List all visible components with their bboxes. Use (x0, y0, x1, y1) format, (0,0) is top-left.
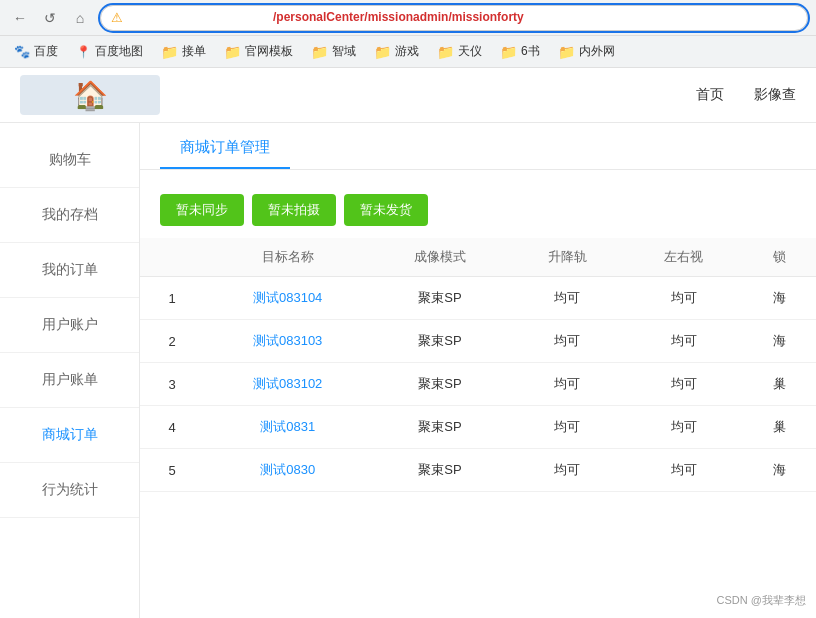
bookmark-jiédan-label: 接单 (182, 43, 206, 60)
page-header: 🏠 首页 影像查 (0, 68, 816, 123)
cell-name[interactable]: 测试083103 (204, 320, 371, 363)
action-buttons: 暂未同步 暂未拍摄 暂未发货 (140, 182, 816, 238)
folder-icon-3: 📁 (311, 44, 328, 60)
table-row: 4 测试0831 聚束SP 均可 均可 巢 (140, 406, 816, 449)
cell-index: 4 (140, 406, 204, 449)
not-shot-button[interactable]: 暂未拍摄 (252, 194, 336, 226)
bookmarks-bar: 🐾 百度 📍 百度地图 📁 接单 📁 官网模板 📁 智域 📁 游戏 📁 天仪 📁… (0, 36, 816, 68)
bookmark-6shu-label: 6书 (521, 43, 540, 60)
sidebar: 购物车 我的存档 我的订单 用户账户 用户账单 商城订单 行为统计 (0, 123, 140, 618)
address-text: /personalCenter/missionadmin/missionfort… (129, 9, 797, 26)
bookmark-neiwai[interactable]: 📁 内外网 (550, 40, 623, 63)
logo: 🏠 (20, 75, 160, 115)
not-shipped-button[interactable]: 暂未发货 (344, 194, 428, 226)
bookmark-tianyi-label: 天仪 (458, 43, 482, 60)
bookmark-youxi-label: 游戏 (395, 43, 419, 60)
browser-chrome: ← ↺ ⌂ ⚠ /personalCenter/missionadmin/mis… (0, 0, 816, 36)
col-track: 升降轨 (509, 238, 626, 277)
cell-lock: 海 (742, 277, 816, 320)
bookmark-jiédan[interactable]: 📁 接单 (153, 40, 214, 63)
cell-view: 均可 (625, 449, 742, 492)
sidebar-item-my-archive[interactable]: 我的存档 (0, 188, 139, 243)
cell-lock: 海 (742, 320, 816, 363)
browser-controls: ← ↺ ⌂ (8, 6, 92, 30)
folder-icon-5: 📁 (437, 44, 454, 60)
table-row: 2 测试083103 聚束SP 均可 均可 海 (140, 320, 816, 363)
cell-index: 1 (140, 277, 204, 320)
main-layout: 购物车 我的存档 我的订单 用户账户 用户账单 商城订单 行为统计 商城订单管理… (0, 123, 816, 618)
content-title: 商城订单管理 (160, 123, 290, 169)
baidu-icon: 🐾 (14, 44, 30, 59)
cell-name[interactable]: 测试083104 (204, 277, 371, 320)
refresh-button[interactable]: ↺ (38, 6, 62, 30)
bookmark-baidu-label: 百度 (34, 43, 58, 60)
sidebar-item-user-bill[interactable]: 用户账单 (0, 353, 139, 408)
cell-track: 均可 (509, 449, 626, 492)
address-bar[interactable]: ⚠ /personalCenter/missionadmin/missionfo… (100, 5, 808, 31)
table-row: 5 测试0830 聚束SP 均可 均可 海 (140, 449, 816, 492)
col-mode: 成像模式 (371, 238, 509, 277)
col-name: 目标名称 (204, 238, 371, 277)
bookmark-zhiyu-label: 智域 (332, 43, 356, 60)
cell-track: 均可 (509, 363, 626, 406)
col-view: 左右视 (625, 238, 742, 277)
cell-index: 5 (140, 449, 204, 492)
bookmark-baidu[interactable]: 🐾 百度 (6, 40, 66, 63)
cell-view: 均可 (625, 406, 742, 449)
warning-icon: ⚠ (111, 10, 123, 25)
cell-name[interactable]: 测试0830 (204, 449, 371, 492)
cell-lock: 巢 (742, 406, 816, 449)
orders-table: 目标名称 成像模式 升降轨 左右视 锁 1 测试083104 聚束SP 均可 均… (140, 238, 816, 492)
cell-name[interactable]: 测试0831 (204, 406, 371, 449)
cell-view: 均可 (625, 363, 742, 406)
bookmark-zhiyu[interactable]: 📁 智域 (303, 40, 364, 63)
cell-track: 均可 (509, 277, 626, 320)
table-row: 1 测试083104 聚束SP 均可 均可 海 (140, 277, 816, 320)
bookmark-youxi[interactable]: 📁 游戏 (366, 40, 427, 63)
folder-icon-7: 📁 (558, 44, 575, 60)
bookmark-guanwang[interactable]: 📁 官网模板 (216, 40, 301, 63)
sidebar-item-user-account[interactable]: 用户账户 (0, 298, 139, 353)
cell-mode: 聚束SP (371, 363, 509, 406)
bookmark-6shu[interactable]: 📁 6书 (492, 40, 548, 63)
bookmark-baidu-map[interactable]: 📍 百度地图 (68, 40, 151, 63)
folder-icon-2: 📁 (224, 44, 241, 60)
cell-name[interactable]: 测试083102 (204, 363, 371, 406)
logo-area: 🏠 (20, 75, 676, 115)
bookmark-neiwai-label: 内外网 (579, 43, 615, 60)
cell-track: 均可 (509, 406, 626, 449)
col-index (140, 238, 204, 277)
sidebar-item-my-order[interactable]: 我的订单 (0, 243, 139, 298)
address-highlight: /personalCenter/missionadmin/missionfort… (273, 10, 524, 24)
location-icon: 📍 (76, 45, 91, 59)
not-synced-button[interactable]: 暂未同步 (160, 194, 244, 226)
home-button[interactable]: ⌂ (68, 6, 92, 30)
cell-index: 3 (140, 363, 204, 406)
cell-mode: 聚束SP (371, 277, 509, 320)
watermark: CSDN @我辈李想 (717, 593, 806, 608)
nav-image-query[interactable]: 影像查 (754, 86, 796, 104)
cell-view: 均可 (625, 277, 742, 320)
bookmark-guanwang-label: 官网模板 (245, 43, 293, 60)
sidebar-item-more[interactable]: 行为统计 (0, 463, 139, 518)
cell-lock: 海 (742, 449, 816, 492)
col-lock: 锁 (742, 238, 816, 277)
nav-home[interactable]: 首页 (696, 86, 724, 104)
sidebar-item-mall-order[interactable]: 商城订单 (0, 408, 139, 463)
main-nav: 首页 影像查 (696, 86, 796, 104)
folder-icon-6: 📁 (500, 44, 517, 60)
cell-mode: 聚束SP (371, 320, 509, 363)
cell-index: 2 (140, 320, 204, 363)
back-button[interactable]: ← (8, 6, 32, 30)
bookmark-tianyi[interactable]: 📁 天仪 (429, 40, 490, 63)
cell-mode: 聚束SP (371, 406, 509, 449)
table-header-row: 目标名称 成像模式 升降轨 左右视 锁 (140, 238, 816, 277)
title-bar: 商城订单管理 (140, 123, 816, 170)
cell-view: 均可 (625, 320, 742, 363)
table-row: 3 测试083102 聚束SP 均可 均可 巢 (140, 363, 816, 406)
cell-lock: 巢 (742, 363, 816, 406)
content-area: 商城订单管理 暂未同步 暂未拍摄 暂未发货 目标名称 成像模式 升降轨 左右视 … (140, 123, 816, 618)
cell-mode: 聚束SP (371, 449, 509, 492)
sidebar-item-cart[interactable]: 购物车 (0, 133, 139, 188)
bookmark-baidu-map-label: 百度地图 (95, 43, 143, 60)
